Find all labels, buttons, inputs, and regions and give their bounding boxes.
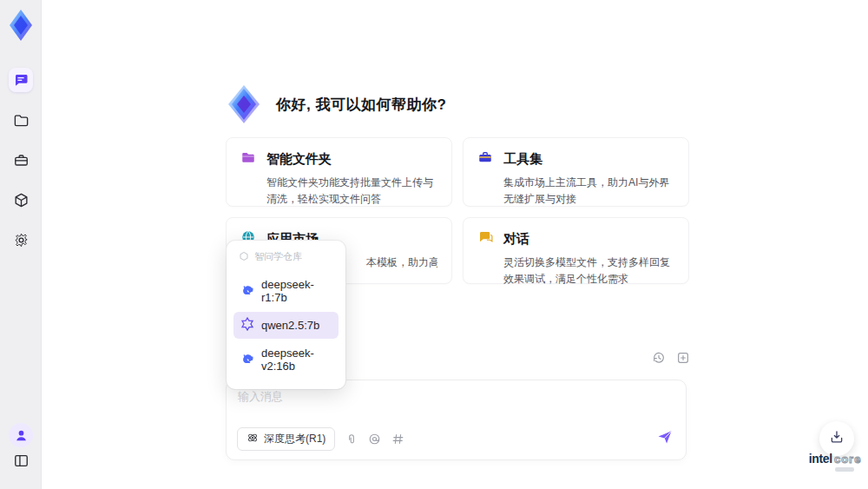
- message-composer[interactable]: 输入消息 深度思考(R1): [226, 380, 687, 460]
- download-icon: [829, 429, 845, 448]
- card-title: 对话: [503, 231, 529, 248]
- chat-actions: [651, 350, 691, 366]
- card-title: 工具集: [503, 151, 542, 168]
- send-icon[interactable]: [656, 428, 674, 449]
- model-dropdown-header-label: 智问学仓库: [254, 250, 302, 263]
- model-dropdown-header: 智问学仓库: [232, 248, 340, 270]
- sidebar: [0, 0, 42, 489]
- card-desc: 智能文件夹功能支持批量文件上传与清洗，轻松实现文件问答: [266, 175, 437, 208]
- model-option-label: deepseek-r1:7b: [261, 278, 332, 304]
- card-desc: 集成市场上主流工具，助力AI与外界无缝扩展与对接: [503, 175, 674, 208]
- intel-core-badge: intel core: [806, 453, 865, 472]
- deep-think-toggle[interactable]: 深度思考(R1): [237, 427, 335, 451]
- new-chat-icon[interactable]: [675, 350, 691, 366]
- model-dropdown: 智问学仓库 deepseek-r1:7b qwen2.5:7b deepseek…: [227, 241, 345, 389]
- dialog-icon: [477, 229, 493, 248]
- core-sub-badge: [835, 467, 854, 472]
- card-smart-folder[interactable]: 智能文件夹 智能文件夹功能支持批量文件上传与清洗，轻松实现文件问答: [226, 137, 452, 207]
- greeting: 你好, 我可以如何帮助你?: [224, 82, 446, 127]
- card-dialog[interactable]: 对话 灵活切换多模型文件，支持多样回复效果调试，满足个性化需求: [463, 217, 689, 284]
- model-option-qwen[interactable]: qwen2.5:7b: [233, 312, 339, 339]
- sidebar-item-account[interactable]: [9, 423, 33, 447]
- qwen-icon: [240, 317, 254, 334]
- deepseek-whale-icon: [240, 283, 254, 300]
- cube-icon: [13, 192, 30, 208]
- atom-icon: [247, 432, 259, 446]
- model-option-deepseek-v2[interactable]: deepseek-v2:16b: [233, 341, 339, 378]
- message-input-placeholder[interactable]: 输入消息: [238, 389, 283, 405]
- sidebar-item-settings[interactable]: [9, 228, 33, 252]
- chat-bubble-icon: [13, 72, 29, 88]
- card-title: 智能文件夹: [266, 151, 332, 168]
- user-icon: [14, 428, 29, 443]
- model-option-deepseek-r1[interactable]: deepseek-r1:7b: [233, 273, 339, 309]
- sidebar-item-toolkit[interactable]: [9, 148, 33, 172]
- panel-icon: [13, 453, 30, 469]
- paperclip-icon[interactable]: [345, 433, 358, 446]
- model-option-label: qwen2.5:7b: [261, 319, 319, 332]
- greeting-title: 你好, 我可以如何帮助你?: [276, 95, 446, 115]
- sidebar-item-chat[interactable]: [9, 68, 33, 92]
- card-toolkit[interactable]: 工具集 集成市场上主流工具，助力AI与外界无缝扩展与对接: [463, 137, 689, 207]
- composer-toolbar: 深度思考(R1): [237, 427, 404, 451]
- at-circle-icon[interactable]: [368, 433, 381, 446]
- briefcase-icon: [13, 152, 30, 169]
- deep-think-label: 深度思考(R1): [264, 432, 326, 446]
- app-logo: [7, 7, 35, 43]
- repo-icon: [239, 251, 249, 263]
- sidebar-item-models[interactable]: [9, 188, 33, 212]
- hash-icon[interactable]: [391, 433, 404, 446]
- core-logo-text: core: [834, 453, 861, 465]
- model-option-label: deepseek-v2:16b: [261, 347, 332, 373]
- deepseek-whale-icon: [240, 352, 254, 368]
- folder-icon: [13, 112, 30, 129]
- sidebar-item-folders[interactable]: [9, 108, 33, 132]
- card-desc-partial: 本模板，助力高效生成多: [366, 254, 437, 271]
- download-button[interactable]: [819, 421, 854, 456]
- intel-logo-text: intel: [809, 453, 832, 465]
- app-window: 你好, 我可以如何帮助你? 智能文件夹 智能文件夹功能支持批量文件上传与清洗，轻…: [0, 0, 868, 489]
- toolkit-case-icon: [477, 149, 493, 169]
- sidebar-item-collapse[interactable]: [9, 448, 33, 472]
- gear-icon: [13, 232, 30, 248]
- assistant-logo-icon: [224, 82, 264, 127]
- smart-folder-icon: [240, 149, 256, 169]
- card-desc: 灵活切换多模型文件，支持多样回复效果调试，满足个性化需求: [503, 254, 674, 287]
- history-icon[interactable]: [651, 350, 667, 366]
